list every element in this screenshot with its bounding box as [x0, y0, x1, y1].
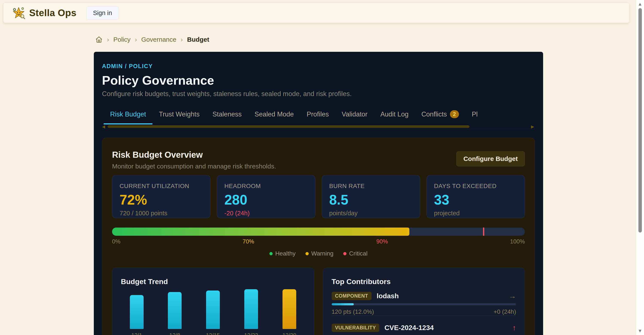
scroll-down-icon[interactable]: ▼	[636, 328, 644, 334]
page-scrollbar-thumb[interactable]	[638, 8, 642, 232]
scroll-up-icon[interactable]: ▲	[636, 1, 644, 7]
chevron-right-icon: ›	[180, 36, 183, 43]
sign-in-button[interactable]: Sign in	[86, 7, 119, 20]
tab-audit-log[interactable]: Audit Log	[374, 106, 415, 124]
legend-healthy: Healthy	[270, 250, 296, 257]
tabs-scrollbar-thumb[interactable]	[108, 125, 470, 128]
warning-dot-icon	[306, 252, 309, 255]
breadcrumb-policy[interactable]: Policy	[113, 36, 130, 43]
legend-critical: Critical	[343, 250, 368, 257]
contributor-name: lodash	[377, 292, 399, 300]
tab-trust-weights[interactable]: Trust Weights	[152, 106, 206, 124]
stat-current-utilization: CURRENT UTILIZATION 72% 720 / 1000 point…	[112, 175, 210, 218]
stat-headroom: HEADROOM 280 -20 (24h)	[217, 175, 315, 218]
tab-bar: Risk Budget Trust Weights Staleness Seal…	[104, 106, 535, 124]
topbar: Stella Ops Sign in	[4, 3, 629, 23]
gauge-fill	[112, 228, 409, 236]
budget-trend-title: Budget Trend	[121, 277, 306, 286]
tab-conflicts[interactable]: Conflicts 2	[415, 106, 466, 124]
configure-budget-button[interactable]: Configure Budget	[456, 151, 525, 166]
tab-validator[interactable]: Validator	[335, 106, 374, 124]
tabs-scrollbar[interactable]: ◀ ▶	[102, 125, 535, 128]
brand[interactable]: Stella Ops	[12, 6, 76, 20]
type-badge: COMPONENT	[332, 292, 372, 300]
contributor-points: 120 pts (12.0%)	[332, 308, 374, 315]
tab-clipped[interactable]: Pl	[466, 106, 484, 124]
top-contributors-title: Top Contributors	[332, 277, 516, 286]
trend-bar	[282, 289, 296, 329]
section-eyebrow: ADMIN / POLICY	[102, 63, 535, 70]
scroll-left-icon[interactable]: ◀	[102, 124, 105, 129]
budget-trend-panel: Budget Trend 12/1 12/8 12/15	[112, 268, 314, 335]
chevron-right-icon: ›	[107, 36, 109, 43]
chevron-right-icon: ›	[135, 36, 137, 43]
trend-bar	[206, 290, 220, 329]
contributors-list: COMPONENT lodash → 120 pts (12.0%) +0 (2…	[332, 292, 516, 335]
home-icon[interactable]	[95, 36, 102, 43]
budget-trend-chart: 12/1 12/8 12/15 12/22	[121, 298, 306, 335]
page-scrollbar[interactable]: ▲ ▼	[636, 0, 644, 335]
tab-profiles[interactable]: Profiles	[300, 106, 335, 124]
contributor-bar-fill	[332, 303, 354, 305]
arrow-right-icon[interactable]: →	[509, 292, 516, 300]
contributor-delta: +0 (24h)	[494, 308, 516, 315]
list-item[interactable]: COMPONENT lodash → 120 pts (12.0%) +0 (2…	[332, 292, 516, 315]
contributor-bar	[332, 303, 516, 305]
top-contributors-panel: Top Contributors COMPONENT lodash → 120 …	[323, 268, 525, 335]
policy-governance-panel: ADMIN / POLICY Policy Governance Configu…	[94, 52, 543, 335]
trend-bar	[244, 289, 258, 329]
trend-bar	[168, 292, 182, 329]
tabs-divider	[102, 129, 535, 129]
list-item[interactable]: VULNERABILITY CVE-2024-1234 ↑ 95 pts (9.…	[332, 323, 516, 335]
breadcrumb: › Policy › Governance › Budget	[95, 35, 209, 44]
brand-name: Stella Ops	[29, 8, 76, 18]
stella-logo-icon	[12, 6, 25, 20]
breadcrumb-budget: Budget	[187, 36, 209, 43]
stats-row: CURRENT UTILIZATION 72% 720 / 1000 point…	[112, 175, 525, 218]
tab-risk-budget[interactable]: Risk Budget	[104, 106, 152, 124]
critical-dot-icon	[343, 252, 346, 255]
stat-days-to-exceeded: DAYS TO EXCEEDED 33 projected	[426, 175, 525, 218]
stat-burn-rate: BURN RATE 8.5 points/day	[322, 175, 420, 218]
legend-warning: Warning	[306, 250, 334, 257]
arrow-up-icon[interactable]: ↑	[512, 323, 516, 332]
tab-sealed-mode[interactable]: Sealed Mode	[248, 106, 300, 124]
healthy-dot-icon	[270, 252, 273, 255]
budget-utilization-gauge	[112, 228, 525, 236]
breadcrumb-governance[interactable]: Governance	[141, 36, 176, 43]
type-badge: VULNERABILITY	[332, 323, 380, 332]
overview-subtitle: Monitor budget consumption and manage ri…	[112, 163, 276, 170]
risk-budget-overview-card: Risk Budget Overview Monitor budget cons…	[102, 138, 535, 335]
conflicts-count-badge: 2	[450, 110, 459, 118]
page-title: Policy Governance	[102, 73, 535, 88]
contributor-name: CVE-2024-1234	[384, 324, 434, 332]
gauge-scale-labels: 0% 70% 90% 100%	[112, 238, 525, 245]
trend-bar	[130, 295, 144, 329]
gauge-legend: Healthy Warning Critical	[112, 250, 525, 257]
divider	[332, 316, 516, 316]
scroll-right-icon[interactable]: ▶	[531, 124, 534, 129]
overview-title: Risk Budget Overview	[112, 150, 276, 160]
gauge-critical-threshold-tick	[483, 228, 484, 236]
tab-staleness[interactable]: Staleness	[206, 106, 248, 124]
page-subtitle: Configure risk budgets, trust weights, s…	[102, 90, 535, 98]
